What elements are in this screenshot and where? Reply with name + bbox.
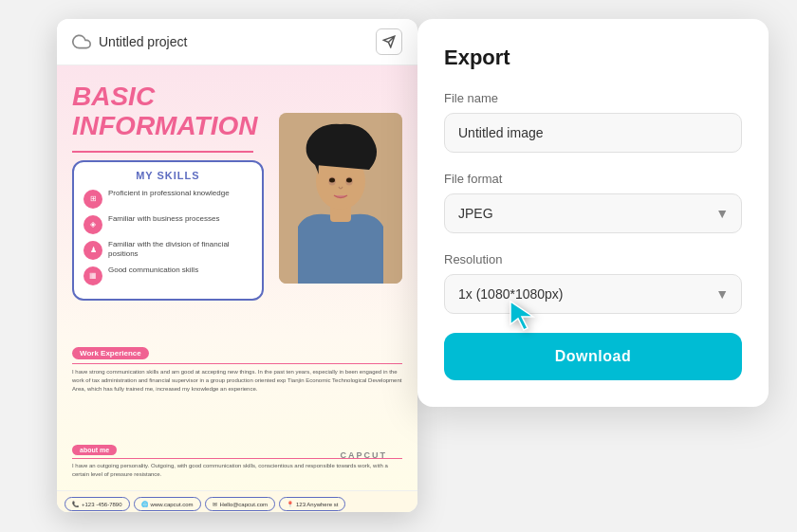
work-exp-label: Work Experience: [72, 347, 149, 359]
topbar-left: Untitled project: [72, 32, 187, 51]
website-text: www.capcut.com: [151, 502, 194, 507]
download-button[interactable]: Download: [444, 333, 742, 380]
website-icon: 🌐: [141, 501, 148, 507]
skill-item: ♟ Familiar with the division of financia…: [83, 240, 252, 260]
cloud-icon: [72, 32, 91, 51]
export-title: Export: [444, 46, 742, 70]
contact-email: ✉ Hello@capcut.com: [205, 497, 275, 511]
skill-icon-3: ♟: [83, 241, 102, 260]
contact-address: 📍 123 Anywhere st: [279, 497, 345, 511]
canvas-inner: BASIC INFORMATION MY SKILLS ⊞ Proficient…: [57, 65, 417, 512]
svg-point-6: [346, 178, 352, 183]
decorative-line: [72, 151, 253, 153]
design-topbar: Untitled project: [57, 19, 417, 65]
main-container: Untitled project BASIC INFORMATION: [0, 0, 797, 532]
capcut-watermark: CAPCUT: [341, 450, 388, 460]
contact-bar: 📞 +123 -456-7890 🌐 www.capcut.com ✉ Hell…: [57, 490, 417, 512]
svg-point-5: [329, 178, 335, 183]
resolution-wrapper: 1x (1080*1080px) 2x (2160*2160px) 0.5x (…: [444, 274, 742, 314]
phone-text: +123 -456-7890: [82, 502, 122, 507]
location-icon: 📍: [287, 501, 293, 507]
about-section: about me I have an outgoing personality.…: [72, 439, 402, 479]
email-icon: ✉: [213, 501, 217, 507]
resolution-label: Resolution: [444, 252, 742, 266]
resolution-select[interactable]: 1x (1080*1080px) 2x (2160*2160px) 0.5x (…: [444, 274, 742, 314]
address-text: 123 Anywhere st: [296, 502, 338, 507]
svg-marker-7: [510, 302, 533, 330]
file-name-label: File name: [444, 91, 742, 105]
work-experience-section: Work Experience I have strong communicat…: [72, 342, 402, 394]
skills-box: MY SKILLS ⊞ Proficient in professional k…: [72, 160, 264, 301]
skill-text-2: Familiar with business processes: [108, 214, 219, 224]
contact-phone: 📞 +123 -456-7890: [65, 497, 130, 511]
file-format-label: File format: [444, 172, 742, 186]
person-photo: [279, 113, 402, 284]
project-title: Untitled project: [99, 34, 187, 49]
skill-icon-4: ▦: [83, 266, 102, 285]
file-format-wrapper: JPEG PNG PDF GIF ▼: [444, 193, 742, 233]
skill-item: ⊞ Proficient in professional knowledge: [83, 189, 252, 209]
phone-icon: 📞: [72, 501, 79, 507]
skill-text-3: Familiar with the division of financial …: [108, 240, 252, 260]
skill-icon-2: ◈: [83, 215, 102, 234]
share-button[interactable]: [376, 28, 402, 55]
export-panel: Export File name File format JPEG PNG PD…: [417, 19, 769, 407]
skill-text-4: Good communication skills: [108, 266, 198, 275]
about-text: I have an outgoing personality. Outgoing…: [72, 462, 402, 479]
skills-title: MY SKILLS: [83, 170, 252, 181]
skill-item: ▦ Good communication skills: [83, 266, 252, 285]
cursor-arrow: [503, 294, 541, 336]
work-exp-text: I have strong communication skills and a…: [72, 368, 402, 394]
design-preview-panel: Untitled project BASIC INFORMATION: [57, 19, 417, 512]
file-format-select[interactable]: JPEG PNG PDF GIF: [444, 193, 742, 233]
design-canvas: BASIC INFORMATION MY SKILLS ⊞ Proficient…: [57, 65, 417, 512]
contact-website: 🌐 www.capcut.com: [134, 497, 201, 511]
file-name-input[interactable]: [444, 113, 742, 153]
skill-icon-1: ⊞: [83, 190, 102, 209]
skill-item: ◈ Familiar with business processes: [83, 214, 252, 234]
skill-text-1: Proficient in professional knowledge: [108, 189, 230, 198]
email-text: Hello@capcut.com: [220, 502, 268, 507]
section-divider: [72, 363, 402, 364]
about-label: about me: [72, 445, 117, 455]
